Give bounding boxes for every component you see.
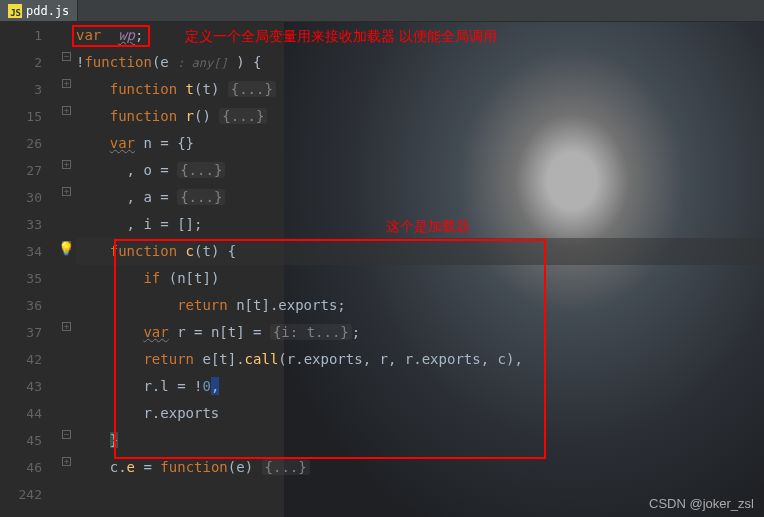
code-line[interactable]: , o = {...}: [76, 157, 764, 184]
line-number: 44: [0, 400, 42, 427]
fold-toggle[interactable]: +: [62, 322, 71, 331]
code-line[interactable]: var n = {}: [76, 130, 764, 157]
line-number: 2: [0, 49, 42, 76]
line-number: 1: [0, 22, 42, 49]
line-number: 42: [0, 346, 42, 373]
annotation-box-var: [72, 25, 150, 47]
line-number-gutter: 1231526273033343536374243444546242: [0, 22, 62, 517]
line-number: 37: [0, 319, 42, 346]
line-number: 43: [0, 373, 42, 400]
code-line[interactable]: function t(t) {...}: [76, 76, 764, 103]
tab-pdd-js[interactable]: JS pdd.js: [0, 0, 78, 21]
line-number: 27: [0, 157, 42, 184]
line-number: 46: [0, 454, 42, 481]
line-number: 45: [0, 427, 42, 454]
fold-toggle[interactable]: +: [62, 187, 71, 196]
fold-toggle[interactable]: +: [62, 79, 71, 88]
fold-toggle[interactable]: +: [62, 457, 71, 466]
fold-toggle[interactable]: +: [62, 106, 71, 115]
code-line[interactable]: function r() {...}: [76, 103, 764, 130]
line-number: 33: [0, 211, 42, 238]
annotation-text-top: 定义一个全局变量用来接收加载器 以便能全局调用: [185, 28, 497, 46]
code-line[interactable]: !function(e : any[] ) {: [76, 49, 764, 76]
code-line[interactable]: , a = {...}: [76, 184, 764, 211]
watermark: CSDN @joker_zsl: [649, 496, 754, 511]
annotation-box-loader: [114, 239, 546, 459]
fold-toggle[interactable]: +: [62, 160, 71, 169]
line-number: 36: [0, 292, 42, 319]
annotation-text-mid: 这个是加载器: [386, 218, 470, 236]
tab-filename: pdd.js: [26, 4, 69, 18]
line-number: 30: [0, 184, 42, 211]
intention-bulb-icon[interactable]: 💡: [58, 241, 74, 256]
line-number: 26: [0, 130, 42, 157]
line-number: 35: [0, 265, 42, 292]
js-file-icon: JS: [8, 4, 22, 18]
line-number: 34: [0, 238, 42, 265]
fold-toggle[interactable]: −: [62, 430, 71, 439]
fold-column: −++++−+−+: [62, 22, 76, 517]
line-number: 3: [0, 76, 42, 103]
line-number: 15: [0, 103, 42, 130]
fold-toggle[interactable]: −: [62, 52, 71, 61]
line-number: 242: [0, 481, 42, 508]
tab-bar: JS pdd.js: [0, 0, 764, 22]
